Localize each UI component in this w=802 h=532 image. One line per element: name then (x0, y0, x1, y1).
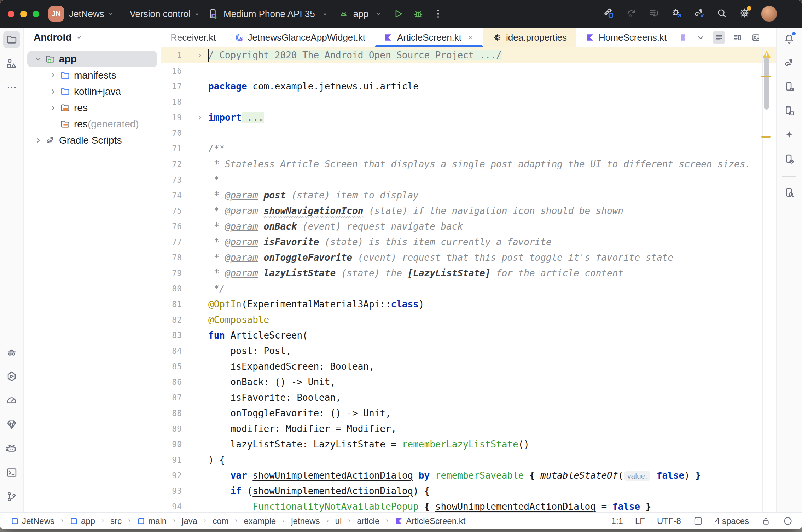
gradle-icon[interactable] (781, 54, 798, 71)
project-view-selector[interactable]: Android (24, 28, 161, 47)
debug-button[interactable] (412, 8, 424, 20)
user-avatar[interactable] (761, 6, 777, 22)
chevron-down-icon[interactable] (694, 31, 707, 44)
gutter[interactable]: 1› (161, 47, 207, 63)
code-line[interactable]: 89 modifier: Modifier = Modifier, (161, 421, 776, 436)
phone-android-icon[interactable] (781, 79, 798, 96)
kotlin-icon[interactable] (676, 31, 688, 44)
code-line[interactable]: 86 onBack: () -> Unit, (161, 374, 776, 390)
code-line[interactable]: 76 * @param onBack (event) request navig… (161, 219, 776, 234)
gutter[interactable]: 78 (161, 250, 207, 265)
chevron-right-icon[interactable] (48, 71, 58, 80)
logcat-icon[interactable] (3, 440, 20, 457)
scrollbar-warning-mark[interactable] (761, 76, 771, 77)
gutter[interactable]: 77 (161, 234, 207, 250)
tab-receiver-kt[interactable]: Receiver.kt (161, 28, 225, 47)
breadcrumb-item-jetnews[interactable]: JetNews (11, 516, 54, 526)
code-line[interactable]: 90 lazyListState: LazyListState = rememb… (161, 436, 776, 452)
code-line[interactable]: 74 * @param post (state) item to display (161, 187, 776, 203)
terminal-icon[interactable] (3, 464, 20, 481)
gutter[interactable]: 19› (161, 110, 207, 125)
code-line[interactable]: 19›import ... (161, 110, 776, 125)
gutter[interactable]: 94 (161, 499, 207, 512)
project-name-menu[interactable]: JetNews (69, 8, 104, 19)
breadcrumb-item-example[interactable]: example (244, 516, 276, 526)
code-line[interactable]: 91) { (161, 452, 776, 468)
code-line[interactable]: 83fun ArticleScreen( (161, 328, 776, 343)
tree-item-res[interactable]: res (generated) (24, 116, 161, 132)
gutter[interactable]: 75 (161, 203, 207, 219)
gutter[interactable]: 82 (161, 312, 207, 328)
gutter[interactable]: 73 (161, 172, 207, 187)
error-circle-icon[interactable] (783, 516, 793, 526)
code-line[interactable]: 1›/ Copyright 2020 The Android Open Sour… (161, 47, 776, 63)
code-line[interactable]: 18 (161, 94, 776, 110)
breadcrumb-item-main[interactable]: main (137, 516, 167, 526)
tree-item-app[interactable]: app (24, 51, 161, 67)
branch-icon[interactable] (3, 488, 20, 505)
code-line[interactable]: 94 FunctionalityNotAvailablePopup { show… (161, 499, 776, 512)
version-control-menu[interactable]: Version control (130, 8, 191, 19)
gutter[interactable]: 81 (161, 296, 207, 312)
more-actions-icon[interactable] (432, 8, 444, 20)
indent-status-icon[interactable] (693, 516, 703, 526)
code-line[interactable]: 73 * (161, 172, 776, 187)
code-editor[interactable]: 1›/ Copyright 2020 The Android Open Sour… (161, 47, 776, 512)
lock-open-icon[interactable] (761, 516, 771, 526)
code-line[interactable]: 78 * @param onToggleFavorite (event) req… (161, 250, 776, 265)
scrollbar-thumb[interactable] (764, 57, 769, 110)
gutter[interactable]: 76 (161, 219, 207, 234)
more-icon[interactable] (3, 79, 20, 96)
gauge-icon[interactable] (3, 392, 20, 409)
chevron-down-icon[interactable] (34, 54, 43, 64)
folder-icon[interactable] (3, 31, 20, 48)
device-explorer-icon[interactable] (781, 184, 798, 201)
mirror-icon[interactable] (781, 151, 798, 168)
gutter[interactable]: 18 (161, 94, 207, 110)
gutter[interactable]: 74 (161, 187, 207, 203)
gutter[interactable]: 83 (161, 328, 207, 343)
breadcrumb-item-jetnews[interactable]: jetnews (291, 516, 320, 526)
spy-icon[interactable] (3, 344, 20, 361)
code-line[interactable]: 87 isFavorite: Boolean, (161, 390, 776, 405)
tab-idea-properties[interactable]: idea.properties (483, 28, 576, 47)
gemini-icon[interactable] (781, 127, 798, 144)
zoom-window-button[interactable] (33, 11, 39, 17)
run-configuration-selector[interactable]: app (338, 8, 382, 20)
breadcrumb-item-com[interactable]: com (213, 516, 228, 526)
close-window-button[interactable] (8, 11, 14, 17)
code-line[interactable]: 16 (161, 63, 776, 79)
minimize-window-button[interactable] (20, 11, 27, 17)
bug-attach-icon[interactable] (670, 7, 682, 19)
chevron-right-icon[interactable] (34, 136, 43, 145)
breadcrumb-item-app[interactable]: app (70, 516, 95, 526)
code-line[interactable]: 72 * Stateless Article Screen that displ… (161, 156, 776, 172)
gutter[interactable]: 79 (161, 265, 207, 281)
tab-homescreens-kt[interactable]: HomeScreens.kt (576, 28, 676, 47)
breadcrumb-item-ui[interactable]: ui (335, 516, 342, 526)
tab-articlescreen-kt[interactable]: ArticleScreen.kt (374, 28, 483, 47)
breadcrumb-item-src[interactable]: src (110, 516, 122, 526)
search-icon[interactable] (716, 7, 728, 19)
tree-item-gradle-scripts[interactable]: Gradle Scripts (24, 132, 161, 149)
mode-split-icon[interactable] (731, 31, 744, 44)
gutter[interactable]: 93 (161, 483, 207, 499)
line-separator[interactable]: LF (635, 516, 645, 526)
code-line[interactable]: 81@OptIn(ExperimentalMaterial3Api::class… (161, 296, 776, 312)
gutter[interactable]: 88 (161, 405, 207, 421)
gradle-sync-icon[interactable] (693, 7, 705, 19)
fold-arrow-icon[interactable]: › (197, 47, 202, 63)
code-line[interactable]: 82@Composable (161, 312, 776, 328)
code-line[interactable]: 84 post: Post, (161, 343, 776, 359)
chevron-right-icon[interactable] (48, 87, 58, 96)
close-icon[interactable] (466, 34, 474, 41)
tree-item-manifests[interactable]: manifests (24, 67, 161, 83)
gutter[interactable]: 86 (161, 374, 207, 390)
chevron-right-icon[interactable] (48, 103, 58, 112)
fold-arrow-icon[interactable]: › (197, 110, 202, 125)
gutter[interactable]: 87 (161, 390, 207, 405)
caret-position[interactable]: 1:1 (611, 516, 623, 526)
running-device-icon[interactable] (781, 103, 798, 120)
device-selector[interactable]: Medium Phone API 35 (207, 8, 329, 20)
code-line[interactable]: 88 onToggleFavorite: () -> Unit, (161, 405, 776, 421)
